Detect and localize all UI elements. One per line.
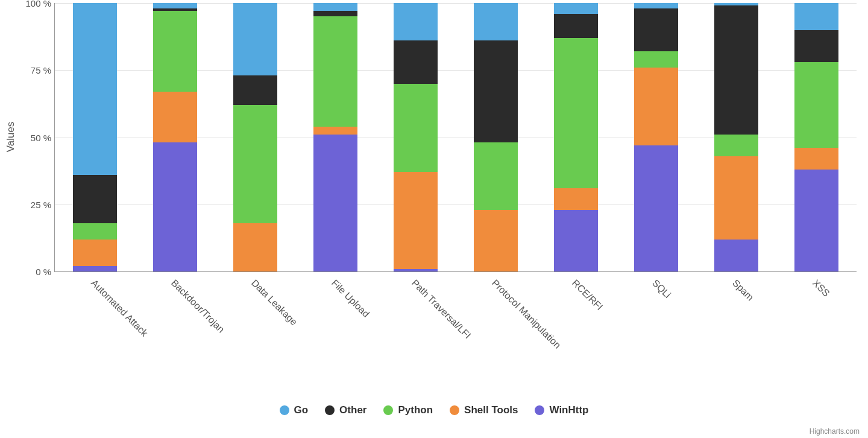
bar-segment[interactable]: [394, 172, 438, 268]
y-tick-label: 75 %: [9, 65, 51, 75]
bar-segment[interactable]: [394, 269, 438, 271]
x-tick-label: Spam: [730, 278, 755, 303]
y-tick-label: 25 %: [9, 199, 51, 209]
bar-segment[interactable]: [714, 135, 758, 156]
legend-swatch-icon: [450, 405, 459, 415]
legend-label: Other: [339, 404, 366, 416]
x-tick-label: Automated Attack: [89, 278, 149, 338]
x-tick-label: RCE/RFI: [570, 278, 605, 313]
bar-segment[interactable]: [313, 127, 357, 135]
bar-segment[interactable]: [233, 223, 277, 271]
bar-segment[interactable]: [153, 3, 197, 8]
gridline: [55, 271, 857, 272]
bar-segment[interactable]: [794, 148, 838, 170]
bar-segment[interactable]: [313, 135, 357, 271]
bar-segment[interactable]: [73, 175, 117, 223]
bar-segment[interactable]: [153, 92, 197, 143]
bar-segment[interactable]: [474, 40, 518, 142]
bar-segment[interactable]: [634, 68, 678, 145]
legend-item[interactable]: Python: [383, 404, 433, 416]
bar-segment[interactable]: [634, 8, 678, 51]
legend-swatch-icon: [535, 405, 544, 415]
x-tick-label: Data Leakage: [249, 278, 299, 328]
bar-segment[interactable]: [153, 142, 197, 271]
x-tick-label: Protocol Manipulation: [489, 278, 563, 351]
bar-group: [554, 3, 598, 271]
bars-layer: [55, 3, 857, 271]
bar-segment[interactable]: [233, 75, 277, 105]
bar-group: [794, 3, 838, 271]
y-tick-label: 50 %: [9, 132, 51, 142]
legend-item[interactable]: Go: [280, 404, 309, 416]
bar-segment[interactable]: [474, 210, 518, 271]
bar-segment[interactable]: [554, 14, 598, 38]
bar-group: [73, 3, 117, 271]
bar-segment[interactable]: [394, 3, 438, 40]
bar-segment[interactable]: [313, 16, 357, 126]
legend-label: WinHttp: [549, 404, 588, 416]
bar-segment[interactable]: [313, 11, 357, 16]
x-tick-label: SQLi: [650, 278, 673, 300]
legend-label: Python: [398, 404, 433, 416]
bar-segment[interactable]: [714, 156, 758, 240]
chart-plot-area: [54, 3, 857, 272]
bar-segment[interactable]: [554, 38, 598, 188]
bar-group: [474, 3, 518, 271]
bar-segment[interactable]: [233, 3, 277, 75]
bar-group: [313, 3, 357, 271]
bar-group: [394, 3, 438, 271]
y-tick-label: 100 %: [9, 0, 51, 8]
bar-segment[interactable]: [73, 240, 117, 267]
legend-item[interactable]: Other: [325, 404, 366, 416]
legend-item[interactable]: Shell Tools: [450, 404, 518, 416]
bar-segment[interactable]: [554, 210, 598, 271]
legend-label: Go: [294, 404, 309, 416]
credits-link[interactable]: Highcharts.com: [810, 427, 860, 436]
bar-segment[interactable]: [634, 51, 678, 68]
bar-segment[interactable]: [714, 240, 758, 271]
legend-swatch-icon: [280, 405, 289, 415]
legend: GoOtherPythonShell ToolsWinHttp: [0, 404, 868, 416]
bar-segment[interactable]: [634, 145, 678, 271]
x-tick-label: Path Traversal/LFI: [409, 278, 473, 341]
bar-segment[interactable]: [794, 62, 838, 148]
legend-label: Shell Tools: [464, 404, 518, 416]
bar-segment[interactable]: [313, 3, 357, 11]
bar-segment[interactable]: [233, 105, 277, 223]
bar-segment[interactable]: [73, 3, 117, 175]
bar-group: [233, 3, 277, 271]
x-tick-label: XSS: [810, 278, 831, 299]
bar-segment[interactable]: [554, 188, 598, 210]
bar-segment[interactable]: [554, 3, 598, 14]
legend-swatch-icon: [325, 405, 335, 415]
legend-swatch-icon: [383, 405, 393, 415]
bar-segment[interactable]: [714, 5, 758, 135]
bar-segment[interactable]: [474, 3, 518, 40]
bar-segment[interactable]: [794, 170, 838, 271]
bar-group: [153, 3, 197, 271]
x-tick-label: File Upload: [329, 278, 371, 320]
x-tick-label: Backdoor/Trojan: [169, 278, 226, 335]
bar-segment[interactable]: [634, 3, 678, 8]
bar-segment[interactable]: [794, 30, 838, 62]
legend-item[interactable]: WinHttp: [535, 404, 588, 416]
bar-segment[interactable]: [73, 223, 117, 240]
bar-segment[interactable]: [153, 11, 197, 92]
y-tick-label: 0 %: [9, 267, 51, 277]
bar-group: [634, 3, 678, 271]
bar-segment[interactable]: [474, 142, 518, 209]
bar-segment[interactable]: [794, 3, 838, 30]
bar-segment[interactable]: [394, 40, 438, 83]
bar-segment[interactable]: [73, 266, 117, 271]
bar-group: [714, 3, 758, 271]
bar-segment[interactable]: [394, 84, 438, 173]
